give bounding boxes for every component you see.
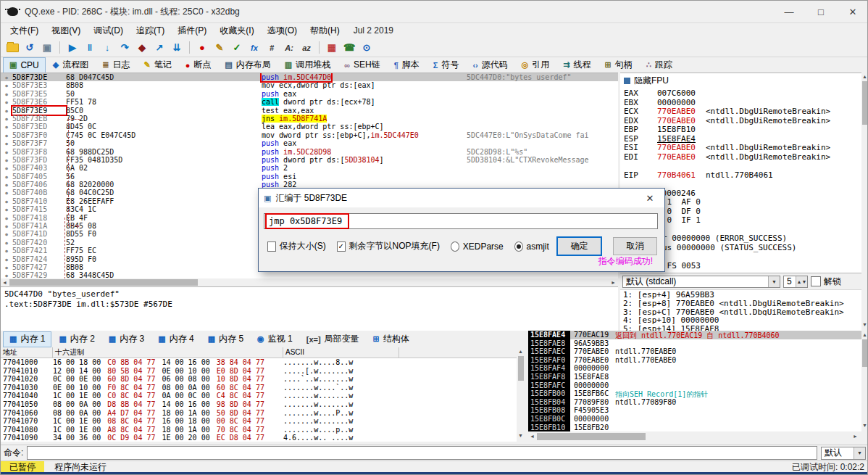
- dump-row[interactable]: 7704101012 00 14 0080 5B 04 770E 00 10 0…: [1, 367, 517, 376]
- call-arg-line[interactable]: 4: [esp+10] 00000000: [620, 315, 861, 324]
- ascii-table-icon[interactable]: A:: [281, 41, 297, 55]
- pause-icon[interactable]: ‖: [82, 41, 98, 55]
- register-eip[interactable]: EIP770B4061ntdll.770B4061: [620, 170, 861, 180]
- restart-icon[interactable]: ↺: [22, 41, 38, 55]
- stack-row[interactable]: 15E8FB0015E8FB6C指向SEH_Record[1]的指针: [528, 389, 861, 398]
- tab-struct[interactable]: ⊞结构体: [367, 331, 416, 347]
- dump-row[interactable]: 7704109034 00 36 000C D9 04 771E 00 20 0…: [1, 434, 517, 442]
- tab-source[interactable]: ‹›源代码: [466, 57, 514, 73]
- stack-row[interactable]: 15E8FB1015E8FB20: [528, 424, 861, 431]
- step-out-icon[interactable]: ↗: [151, 41, 167, 55]
- menu-item[interactable]: 选项(O): [261, 23, 304, 38]
- step-into-icon[interactable]: ↓: [99, 41, 115, 55]
- breakpoint-dot[interactable]: ●: [1, 123, 12, 131]
- minimize-button[interactable]: —: [773, 1, 805, 22]
- tab-seh[interactable]: ∞SEH链: [338, 57, 387, 73]
- close-button[interactable]: ✕: [837, 1, 868, 22]
- disasm-row[interactable]: ●5D8F73E985C0test eax,eax: [1, 107, 618, 115]
- animate-icon[interactable]: ◆: [134, 41, 150, 55]
- tab-memory-4[interactable]: ▦内存 4: [151, 331, 200, 347]
- phone-icon[interactable]: ☎: [341, 41, 357, 55]
- tab-graph[interactable]: ◈流程图: [46, 57, 95, 73]
- breakpoint-dot[interactable]: ●: [1, 115, 12, 123]
- register-esi[interactable]: ESI770EABE0<ntdll.DbgUiRemoteBreakin>: [620, 143, 861, 152]
- menu-item[interactable]: 插件(P): [171, 23, 213, 38]
- dump-row[interactable]: 770410401C 00 1E 00C0 8C 04 770A 00 0C 0…: [1, 392, 517, 400]
- tab-cpu[interactable]: ▣CPU: [3, 57, 46, 73]
- step-over-icon[interactable]: ↷: [117, 41, 133, 55]
- menu-item[interactable]: 视图(V): [45, 23, 87, 38]
- registers-scrollbar[interactable]: ▲ ▼: [861, 73, 868, 331]
- breakpoint-icon[interactable]: ●: [194, 41, 210, 55]
- tab-call-stack[interactable]: ▥调用堆栈: [278, 57, 337, 73]
- stack-row[interactable]: 15E8FB08F45905E3: [528, 406, 861, 415]
- register-value[interactable]: 770EABE0: [657, 152, 696, 162]
- stack-row[interactable]: 15E8FAF0770EABE0ntdll.770EABE0: [528, 356, 861, 365]
- breakpoint-dot[interactable]: ●: [1, 263, 12, 271]
- maximize-button[interactable]: □: [805, 1, 837, 22]
- dump-row[interactable]: 770410701C 00 1E 0008 8C 04 7716 00 18 0…: [1, 417, 517, 426]
- patches-icon[interactable]: #: [264, 41, 280, 55]
- menu-item[interactable]: 调试(D): [87, 23, 130, 38]
- breakpoint-dot[interactable]: ●: [1, 73, 12, 81]
- register-eax[interactable]: EAX007C6000: [620, 88, 861, 98]
- breakpoint-dot[interactable]: ●: [1, 230, 12, 238]
- call-arg-line[interactable]: 3: [esp+C] 770EABE0 <ntdll.DbgUiRemoteBr…: [620, 307, 861, 316]
- dump-scrollbar[interactable]: ▲ ▼: [517, 347, 525, 442]
- calling-convention-select[interactable]: 默认 (stdcall) ▼: [622, 276, 780, 288]
- breakpoint-dot[interactable]: ●: [1, 90, 12, 98]
- stack-row[interactable]: 15E8FB0C00000000: [528, 415, 861, 424]
- dump-row[interactable]: 7704105008 00 0A 00D8 8B 04 7714 00 16 0…: [1, 400, 517, 409]
- register-value[interactable]: 15E8FB10: [657, 125, 696, 134]
- register-ecx[interactable]: ECX770EABE0<ntdll.DbgUiRemoteBreakin>: [620, 107, 861, 116]
- register-edx[interactable]: EDX770EABE0<ntdll.DbgUiRemoteBreakin>: [620, 116, 861, 125]
- compare-icon[interactable]: ✓: [229, 41, 245, 55]
- dump-row[interactable]: 770410300E 00 10 00F0 8C 04 7708 00 0A 0…: [1, 384, 517, 392]
- breakpoint-dot[interactable]: ●: [1, 148, 12, 156]
- breakpoint-dot[interactable]: ●: [1, 189, 12, 197]
- disasm-row[interactable]: ●5D8F73DE68 D047C45Dpush im.5DC447D05DC4…: [1, 73, 618, 81]
- disasm-row[interactable]: ●5D8F73E38B08mov ecx,dword ptr ds:[eax]: [1, 81, 618, 89]
- tab-watch-1[interactable]: ◉监视 1: [251, 331, 299, 347]
- breakpoint-dot[interactable]: ●: [1, 81, 12, 89]
- tab-threads[interactable]: ⇉线程: [556, 57, 597, 73]
- command-profile-select[interactable]: 默认 ▼: [821, 447, 866, 460]
- stack-row[interactable]: 15E8FAE896A59BB3: [528, 339, 861, 348]
- cancel-button[interactable]: 取消: [613, 237, 657, 255]
- disasm-row[interactable]: ●5D8F73ED8D45 0Clea eax,dword ptr ss:[eb…: [1, 123, 618, 131]
- memory-dump-pane[interactable]: 地址 十六进制 ASCII 7704100016 00 18 00C0 8B 0…: [1, 347, 517, 442]
- memory-bricks-icon[interactable]: ▦: [324, 41, 340, 55]
- arg-count-stepper[interactable]: 5 ▲▼: [783, 276, 808, 288]
- command-input[interactable]: [27, 446, 817, 460]
- tab-breakpoints[interactable]: ●断点: [179, 57, 218, 73]
- tab-memory-2[interactable]: ▦内存 2: [52, 331, 101, 347]
- call-arg-line[interactable]: 1: [esp+4] 96A59BB3: [620, 290, 861, 299]
- register-esp[interactable]: ESP15E8FAE4: [620, 134, 861, 144]
- keep-size-checkbox[interactable]: [267, 241, 276, 252]
- disasm-row[interactable]: ●5D8F740556push esi: [1, 173, 618, 181]
- menu-item[interactable]: 帮助(H): [304, 23, 346, 38]
- stack-row[interactable]: 15E8FAE4770EAC19返回到 ntdll.770EAC19 自 ntd…: [528, 331, 861, 339]
- breakpoint-dot[interactable]: ●: [1, 98, 12, 106]
- stack-row[interactable]: 15E8FAEC770EABE0ntdll.770EABE0: [528, 347, 861, 356]
- menu-item[interactable]: 追踪(T): [130, 23, 171, 38]
- tab-locals[interactable]: [x=]局部变量: [300, 331, 366, 347]
- register-value[interactable]: 770B4061: [657, 170, 696, 180]
- register-ebx[interactable]: EBX00000000: [620, 98, 861, 107]
- trace-icon[interactable]: ⇊: [169, 41, 185, 55]
- disasm-row[interactable]: ●5D8F73F868 988DC25Dpush im.5DC28D985DC2…: [1, 148, 618, 156]
- call-arg-line[interactable]: 2: [esp+8] 770EABE0 <ntdll.DbgUiRemoteBr…: [620, 299, 861, 307]
- stack-hscrollbar[interactable]: ◄ ►: [528, 431, 861, 442]
- register-value[interactable]: 770EABE0: [657, 143, 696, 152]
- breakpoint-dot[interactable]: ●: [1, 214, 12, 222]
- tab-references[interactable]: ◎引用: [515, 57, 556, 73]
- stack-vscrollbar[interactable]: ▲ ▼: [861, 331, 868, 431]
- stack-row[interactable]: 15E8FAF815E8FAE8: [528, 373, 861, 381]
- register-value[interactable]: 770EABE0: [657, 116, 696, 125]
- tab-notes[interactable]: ✎笔记: [137, 57, 178, 73]
- register-value[interactable]: 00000000: [657, 98, 696, 107]
- nop-fill-checkbox[interactable]: ✓: [337, 241, 346, 252]
- dump-row[interactable]: 7704106008 00 0A 00A4 D7 04 7718 00 1A 0…: [1, 409, 517, 418]
- unlock-checkbox[interactable]: [811, 276, 821, 286]
- breakpoint-dot[interactable]: ●: [1, 156, 12, 164]
